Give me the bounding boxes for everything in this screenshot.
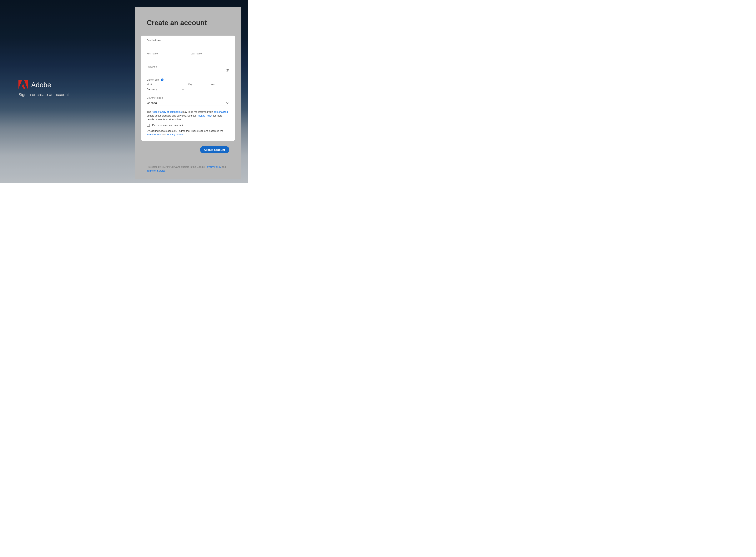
email-input[interactable] (147, 42, 229, 48)
brand-name: Adobe (31, 81, 51, 89)
recaptcha-text: Protected by reCAPTCHA and subject to th… (147, 165, 229, 173)
email-label: Email address (147, 39, 229, 42)
create-account-button[interactable]: Create account (200, 146, 229, 153)
dob-label: Date of birth (147, 79, 159, 81)
personalized-link[interactable]: personalized (214, 110, 228, 113)
svg-marker-2 (22, 84, 25, 89)
last-name-input[interactable] (191, 56, 230, 61)
form-card: Email address First name Last name Passw… (141, 36, 235, 141)
month-label: Month (147, 83, 185, 86)
country-label: Country/Region (147, 96, 229, 99)
contact-email-label: Please contact me via email (152, 124, 183, 126)
country-select[interactable]: Canada (147, 100, 229, 106)
brand-section: Adobe Sign in or create an account (19, 80, 69, 97)
password-label: Password (147, 65, 229, 68)
adobe-family-link[interactable]: Adobe family of companies (152, 110, 182, 113)
toggle-password-visibility-icon[interactable] (226, 69, 229, 73)
day-input[interactable] (188, 87, 208, 92)
first-name-input[interactable] (147, 56, 185, 61)
day-label: Day (188, 83, 208, 86)
first-name-label: First name (147, 52, 185, 55)
google-privacy-link[interactable]: Privacy Policy (205, 166, 221, 168)
year-label: Year (211, 83, 229, 86)
svg-marker-1 (24, 80, 28, 89)
signup-panel: Create an account Email address First na… (135, 7, 241, 179)
text-cursor (147, 43, 147, 46)
consent-text: The Adobe family of companies may keep m… (147, 110, 229, 121)
legal-text: By clicking Create account, I agree that… (147, 129, 229, 137)
last-name-label: Last name (191, 52, 230, 55)
privacy-policy-link-2[interactable]: Privacy Policy (167, 133, 182, 136)
brand-tagline: Sign in or create an account (19, 92, 69, 97)
panel-title: Create an account (147, 19, 229, 27)
google-terms-link[interactable]: Terms of Service (147, 169, 166, 172)
info-icon[interactable]: i (161, 79, 164, 81)
contact-email-checkbox[interactable] (147, 124, 150, 127)
adobe-logo-icon (19, 80, 28, 90)
month-select[interactable]: January (147, 87, 185, 92)
terms-of-use-link[interactable]: Terms of Use (147, 133, 162, 136)
year-input[interactable] (211, 87, 229, 92)
svg-marker-0 (19, 80, 22, 89)
privacy-policy-link[interactable]: Privacy Policy (197, 114, 212, 117)
divider (147, 162, 229, 162)
password-input[interactable] (147, 69, 229, 74)
